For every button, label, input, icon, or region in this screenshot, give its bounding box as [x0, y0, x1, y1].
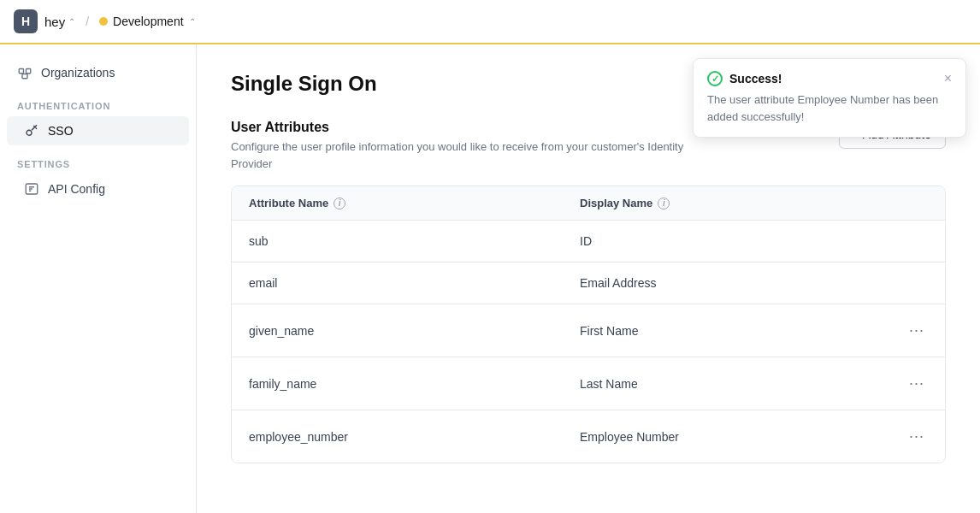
table-row: subID	[232, 221, 945, 262]
topbar-separator: /	[86, 15, 89, 28]
app-name-chevron-icon: ⌃	[68, 17, 75, 27]
cell-display-name: Employee Number	[563, 410, 894, 463]
env-status-dot	[99, 17, 108, 26]
cell-actions: ···	[894, 357, 945, 410]
row-more-button[interactable]: ···	[902, 371, 931, 396]
cell-actions	[894, 221, 945, 262]
section-description: Configure the user profile information y…	[231, 139, 710, 172]
environment-selector[interactable]: Development ⌃	[99, 15, 196, 28]
cell-display-name: First Name	[563, 304, 894, 357]
toast-close-button[interactable]: ×	[944, 72, 952, 86]
svg-point-3	[27, 130, 32, 135]
sidebar: Organizations AUTHENTICATION SSO SETTING…	[0, 44, 197, 513]
section-info: User Attributes Configure the user profi…	[231, 120, 710, 172]
cell-actions: ···	[894, 304, 945, 357]
svg-rect-2	[22, 74, 27, 79]
cell-display-name: Email Address	[563, 262, 894, 304]
col-attribute-name: Attribute Name i	[232, 186, 563, 220]
table-header: Attribute Name i Display Name i	[232, 186, 945, 221]
row-more-button[interactable]: ···	[902, 318, 931, 343]
cell-attribute-name: employee_number	[232, 410, 563, 463]
cell-display-name: Last Name	[563, 357, 894, 410]
topbar: H hey ⌃ / Development ⌃	[0, 0, 980, 44]
toast-body: The user attribute Employee Number has b…	[707, 91, 952, 125]
row-more-button[interactable]: ···	[902, 424, 931, 449]
col-actions	[894, 186, 945, 220]
settings-section-label: SETTINGS	[0, 145, 196, 174]
app-name-selector[interactable]: hey ⌃	[44, 15, 75, 29]
col-display-name: Display Name i	[563, 186, 894, 220]
cell-attribute-name: given_name	[232, 304, 563, 357]
svg-rect-0	[19, 69, 23, 74]
api-config-icon	[24, 181, 39, 197]
attribute-name-info-icon[interactable]: i	[334, 198, 345, 209]
toast-title: ✓ Success!	[707, 71, 782, 86]
cell-attribute-name: email	[232, 262, 563, 304]
table-row: given_nameFirst Name···	[232, 304, 945, 357]
cell-display-name: ID	[563, 221, 894, 262]
cell-actions: ···	[894, 410, 945, 463]
app-logo: H	[14, 9, 38, 33]
display-name-info-icon[interactable]: i	[658, 198, 670, 209]
svg-rect-1	[27, 69, 31, 74]
table-row: family_nameLast Name···	[232, 357, 945, 410]
attributes-table: Attribute Name i Display Name i subIDema…	[231, 186, 946, 463]
sidebar-item-organizations-label: Organizations	[41, 66, 115, 80]
sidebar-item-organizations[interactable]: Organizations	[0, 58, 196, 87]
sidebar-item-sso-label: SSO	[48, 124, 74, 138]
sidebar-item-api-config-label: API Config	[48, 182, 105, 196]
toast-header: ✓ Success! ×	[707, 71, 952, 86]
env-chevron-icon: ⌃	[189, 17, 196, 27]
main-content: Single Sign On User Attributes Configure…	[197, 44, 980, 513]
sidebar-item-sso[interactable]: SSO	[7, 116, 189, 145]
success-toast: ✓ Success! × The user attribute Employee…	[693, 58, 966, 138]
organizations-icon	[17, 65, 32, 80]
cell-actions	[894, 262, 945, 304]
table-body: subIDemailEmail Addressgiven_nameFirst N…	[232, 221, 945, 463]
main-layout: Organizations AUTHENTICATION SSO SETTING…	[0, 44, 980, 513]
table-row: emailEmail Address	[232, 262, 945, 304]
sso-key-icon	[24, 123, 39, 139]
cell-attribute-name: family_name	[232, 357, 563, 410]
section-title: User Attributes	[231, 120, 710, 135]
cell-attribute-name: sub	[232, 221, 563, 262]
table-row: employee_numberEmployee Number···	[232, 410, 945, 463]
success-check-icon: ✓	[707, 71, 723, 86]
auth-section-label: AUTHENTICATION	[0, 87, 196, 116]
sidebar-item-api-config[interactable]: API Config	[7, 174, 189, 203]
